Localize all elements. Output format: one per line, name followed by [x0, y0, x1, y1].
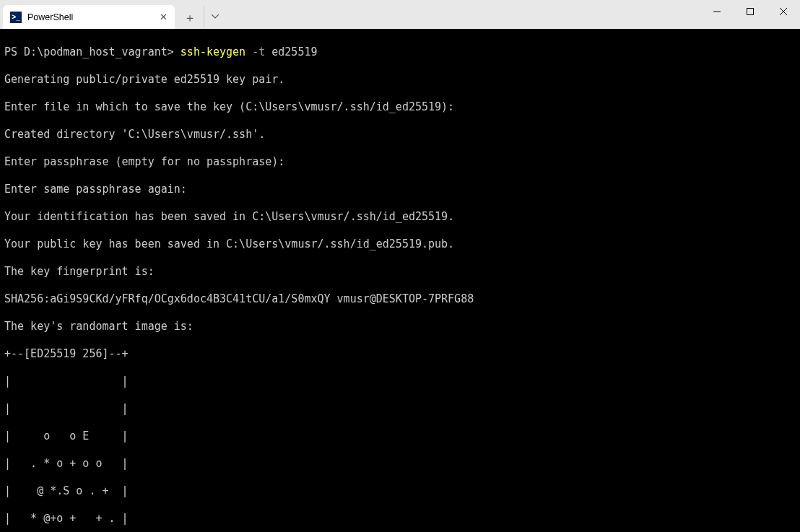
output-line: +--[ED25519 256]--+: [4, 347, 796, 361]
output-line: | |: [4, 402, 796, 416]
titlebar: >_ PowerShell ✕ ＋: [0, 0, 800, 29]
output-line: Enter passphrase (empty for no passphras…: [4, 155, 796, 169]
tab-dropdown-button[interactable]: [204, 6, 225, 27]
window-controls: [700, 0, 800, 23]
close-window-button[interactable]: [767, 0, 800, 23]
prompt: PS D:\podman_host_vagrant>: [4, 45, 174, 58]
terminal-output[interactable]: PS D:\podman_host_vagrant> ssh-keygen -t…: [0, 29, 800, 532]
output-line: | * @+o + + . |: [4, 512, 796, 526]
output-line: Enter file in which to save the key (C:\…: [4, 100, 796, 114]
output-line: SHA256:aGi9S9CKd/yFRfq/OCgx6doc4B3C41tCU…: [4, 292, 796, 306]
output-line: | @ *.S o . + |: [4, 484, 796, 498]
minimize-button[interactable]: [700, 0, 734, 23]
svg-rect-1: [747, 9, 754, 15]
output-line: Your public key has been saved in C:\Use…: [4, 237, 796, 251]
tab-title: PowerShell: [27, 12, 73, 22]
tab-powershell[interactable]: >_ PowerShell ✕: [3, 5, 175, 29]
output-line: Your identification has been saved in C:…: [4, 210, 796, 224]
command: ssh-keygen: [181, 45, 245, 58]
maximize-button[interactable]: [734, 0, 767, 23]
output-line: The key's randomart image is:: [4, 320, 796, 333]
output-line: Enter same passphrase again:: [4, 183, 796, 196]
output-line: | |: [4, 375, 796, 388]
powershell-icon: >_: [10, 12, 22, 23]
output-line: The key fingerprint is:: [4, 265, 796, 279]
close-tab-button[interactable]: ✕: [157, 12, 169, 23]
flag: -t: [252, 45, 265, 58]
output-line: Created directory 'C:\Users\vmusr/.ssh'.: [4, 128, 796, 141]
arg: ed25519: [271, 45, 317, 58]
output-line: Generating public/private ed25519 key pa…: [4, 73, 796, 87]
output-line: | . * o + o o |: [4, 457, 796, 471]
new-tab-button[interactable]: ＋: [178, 7, 202, 29]
output-line: | o o E |: [4, 429, 796, 443]
